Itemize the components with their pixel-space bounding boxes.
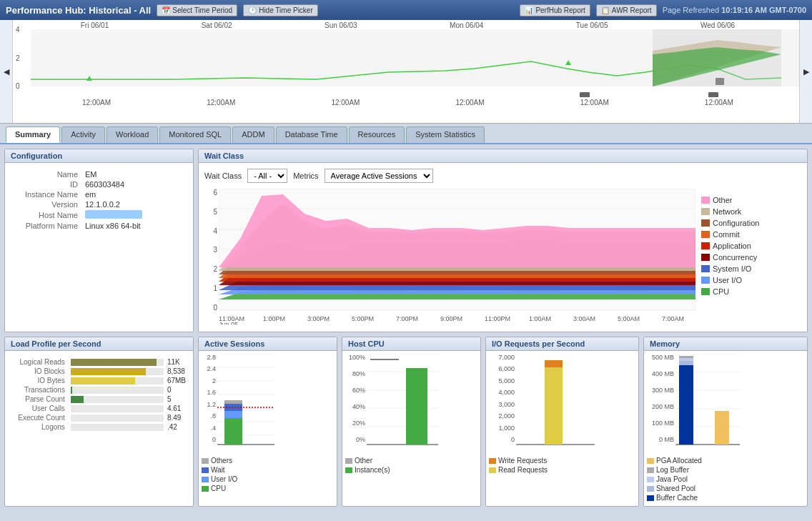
host-cpu-legend: Other Instance(s) bbox=[345, 457, 477, 474]
bottom-row: Load Profile per Second Logical Reads 11… bbox=[4, 337, 808, 507]
tab-workload[interactable]: Workload bbox=[107, 126, 158, 143]
active-sessions-header: Active Sessions bbox=[199, 337, 337, 351]
svg-text:5:00PM: 5:00PM bbox=[352, 315, 374, 322]
legend-network: Network bbox=[701, 207, 801, 216]
legend-other: Other bbox=[701, 196, 801, 204]
memory-header: Memory bbox=[644, 337, 807, 351]
header-right: 📊 PerfHub Report 📋 AWR Report Page Refre… bbox=[520, 4, 806, 16]
legend-application: Application bbox=[701, 242, 801, 250]
config-row-version: Version 12.1.0.0.2 bbox=[12, 200, 186, 209]
svg-text:9:00PM: 9:00PM bbox=[440, 315, 462, 322]
host-cpu-y-axis: 100%80%60%40%20%0% bbox=[345, 354, 367, 447]
legend-color-commit bbox=[701, 231, 710, 238]
svg-text:7:00AM: 7:00AM bbox=[662, 315, 684, 322]
legend-color-network bbox=[701, 208, 710, 215]
metrics-select[interactable]: Average Active Sessions bbox=[325, 169, 433, 183]
memory-y-axis: 500 MB400 MB300 MB200 MB100 MB0 MB bbox=[647, 354, 675, 447]
time-picker-area: ◀ 420 Fri 06/01 Sat 06/02 Sun 06/03 Mon … bbox=[0, 20, 812, 124]
time-x-labels: 12:00AM12:00AM12:00AM12:00AM12:00AM12:00… bbox=[13, 99, 799, 106]
svg-rect-68 bbox=[679, 361, 693, 445]
config-row-hostname: Host Name bbox=[12, 210, 186, 220]
legend-configuration: Configuration bbox=[701, 219, 801, 227]
legend-cpu: CPU bbox=[701, 287, 801, 296]
svg-rect-71 bbox=[679, 356, 693, 358]
tab-monitored-sql[interactable]: Monitored SQL bbox=[159, 126, 231, 143]
io-requests-panel: I/O Requests per Second 7,0006,0005,0004… bbox=[485, 337, 639, 507]
load-row-iobytes: IO Bytes 67MB bbox=[12, 377, 186, 384]
time-chart-svg bbox=[31, 29, 799, 97]
memory-content: 500 MB400 MB300 MB200 MB100 MB0 MB bbox=[644, 351, 807, 506]
time-nav-right[interactable]: ▶ bbox=[799, 20, 812, 124]
legend-systemio: System I/O bbox=[701, 264, 801, 273]
legend-concurrency: Concurrency bbox=[701, 253, 801, 262]
legend-color-configuration bbox=[701, 219, 710, 227]
load-row-ioblocks: IO Blocks 8,538 bbox=[12, 367, 186, 375]
io-requests-chart-area: 7,0006,0005,0004,0003,0002,0001,0000 bbox=[489, 354, 635, 454]
report-icon: 📊 bbox=[525, 6, 533, 14]
active-sessions-svg bbox=[217, 354, 274, 454]
config-row-id: ID 660303484 bbox=[12, 180, 186, 189]
active-sessions-content: 2.82.421.61.2.8.40 bbox=[199, 351, 337, 497]
header: Performance Hub: Historical - All 📅 Sele… bbox=[0, 0, 812, 20]
wait-class-chart-main: 11:00AM Jun 05 1:00PM 3:00PM 5:00PM 7:00… bbox=[219, 189, 695, 326]
svg-text:1:00PM: 1:00PM bbox=[263, 315, 285, 322]
time-nav-left[interactable]: ◀ bbox=[0, 20, 13, 124]
active-sessions-legend: Others Wait User I/O CPU bbox=[202, 457, 334, 492]
load-profile-panel: Load Profile per Second Logical Reads 11… bbox=[4, 337, 194, 507]
legend-color-systemio bbox=[701, 265, 710, 272]
load-profile-content: Logical Reads 11K IO Blocks 8,538 bbox=[5, 351, 193, 438]
main-content: Configuration Name EM ID 660303484 Insta… bbox=[0, 144, 812, 511]
top-row: Configuration Name EM ID 660303484 Insta… bbox=[4, 149, 808, 332]
config-row-instance: Instance Name em bbox=[12, 190, 186, 199]
page-refresh-label: Page Refreshed 10:19:16 AM GMT-0700 bbox=[663, 6, 806, 14]
wait-class-select[interactable]: - All - bbox=[247, 169, 287, 183]
wait-class-panel: Wait Class Wait Class - All - Metrics Av… bbox=[198, 149, 808, 332]
tabs-container: Summary Activity Workload Monitored SQL … bbox=[0, 124, 812, 144]
tab-summary[interactable]: Summary bbox=[6, 126, 60, 143]
tab-addm[interactable]: ADDM bbox=[232, 126, 274, 143]
calendar-icon: 📅 bbox=[162, 6, 170, 14]
load-row-logons: Logons .42 bbox=[12, 423, 186, 431]
tab-database-time[interactable]: Database Time bbox=[276, 126, 347, 143]
perfhub-report-button[interactable]: 📊 PerfHub Report bbox=[520, 4, 590, 16]
legend-color-other bbox=[701, 197, 710, 204]
svg-text:7:00PM: 7:00PM bbox=[396, 315, 418, 322]
wait-class-svg: 11:00AM Jun 05 1:00PM 3:00PM 5:00PM 7:00… bbox=[219, 189, 695, 324]
svg-rect-61 bbox=[545, 360, 563, 367]
awr-report-button[interactable]: 📋 AWR Report bbox=[596, 4, 657, 16]
io-requests-legend: Write Requests Read Requests bbox=[489, 457, 635, 474]
svg-text:3:00PM: 3:00PM bbox=[307, 315, 330, 322]
memory-legend: PGA Allocated Log Buffer Java Pool Share… bbox=[647, 457, 804, 502]
memory-svg bbox=[675, 354, 740, 454]
tab-system-statistics[interactable]: System Statistics bbox=[406, 126, 485, 143]
legend-userio: User I/O bbox=[701, 276, 801, 284]
wait-class-header: Wait Class bbox=[199, 149, 807, 163]
legend-commit: Commit bbox=[701, 230, 801, 239]
select-time-period-button[interactable]: 📅 Select Time Period bbox=[157, 4, 237, 16]
load-row-executecount: Execute Count 8.49 bbox=[12, 414, 186, 422]
active-sessions-y-axis: 2.82.421.61.2.8.40 bbox=[202, 354, 217, 447]
hostname-value bbox=[85, 210, 142, 219]
wait-class-content: Wait Class - All - Metrics Average Activ… bbox=[199, 163, 807, 332]
tab-activity[interactable]: Activity bbox=[61, 126, 105, 143]
host-cpu-panel: Host CPU 100%80%60%40%20%0% bbox=[342, 337, 481, 507]
legend-color-userio bbox=[701, 277, 710, 284]
io-requests-svg bbox=[516, 354, 595, 454]
time-date-labels: Fri 06/01 Sat 06/02 Sun 06/03 Mon 06/04 … bbox=[13, 20, 799, 29]
active-sessions-panel: Active Sessions 2.82.421.61.2.8.40 bbox=[198, 337, 337, 507]
config-row-name: Name EM bbox=[12, 170, 186, 179]
load-row-usercalls: User Calls 4.61 bbox=[12, 405, 186, 412]
svg-text:Jun 05: Jun 05 bbox=[219, 321, 238, 324]
wait-class-chart-area: 6543210 bbox=[204, 189, 801, 326]
svg-rect-72 bbox=[715, 411, 729, 445]
svg-rect-60 bbox=[545, 360, 563, 445]
load-row-transactions: Transactions 0 bbox=[12, 386, 186, 394]
svg-rect-46 bbox=[224, 418, 242, 445]
hide-time-picker-button[interactable]: 🕐 Hide Time Picker bbox=[243, 4, 318, 16]
tab-resources[interactable]: Resources bbox=[349, 126, 405, 143]
legend-color-cpu bbox=[701, 288, 710, 295]
io-requests-y-axis: 7,0006,0005,0004,0003,0002,0001,0000 bbox=[489, 354, 516, 447]
wait-class-controls: Wait Class - All - Metrics Average Activ… bbox=[204, 169, 801, 183]
legend-color-application bbox=[701, 242, 710, 249]
io-requests-header: I/O Requests per Second bbox=[486, 337, 638, 351]
